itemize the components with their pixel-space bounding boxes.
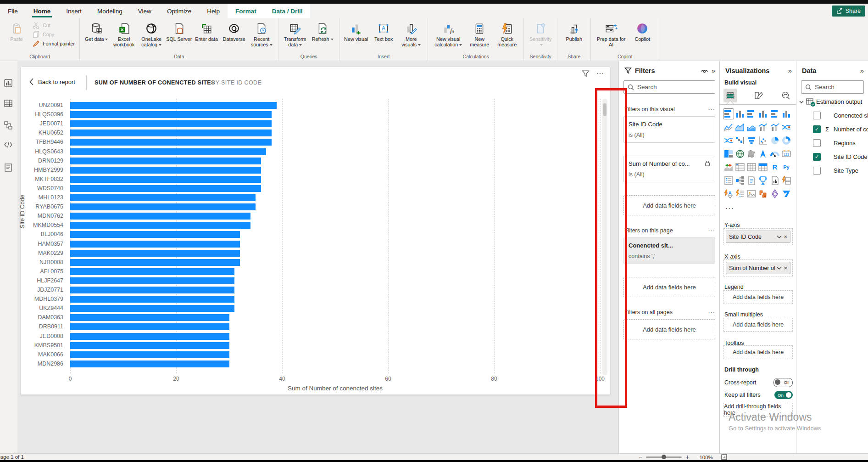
bar-kmbs9501[interactable]: [70, 342, 229, 349]
bar-hmby2999[interactable]: [70, 167, 261, 174]
smart-narrative-icon[interactable]: [746, 175, 757, 186]
chart-scrollbar-track[interactable]: [602, 99, 607, 375]
add-data-fields-dropzone[interactable]: Add data fields here: [623, 195, 715, 215]
refresh-button[interactable]: Refresh: [309, 20, 336, 43]
analytics-tab[interactable]: [779, 89, 793, 102]
quick-measure-button[interactable]: Quick measure: [493, 20, 521, 48]
donut-chart-icon[interactable]: [781, 135, 791, 146]
back-to-report-button[interactable]: Back to report: [29, 78, 75, 85]
pie-chart-icon[interactable]: [770, 135, 780, 146]
bar-hlqs0643[interactable]: [70, 148, 266, 155]
azure-map-icon[interactable]: [758, 149, 768, 159]
eye-icon[interactable]: [701, 68, 708, 73]
chart-scrollbar-thumb[interactable]: [603, 103, 606, 116]
bar-drb0911[interactable]: [70, 323, 229, 330]
ribbon-chart-2-icon[interactable]: [723, 135, 734, 146]
field-row-regions[interactable]: Regions: [796, 136, 868, 149]
keep-all-filters-toggle[interactable]: On: [774, 391, 793, 399]
field-pill-site-id-code[interactable]: Site ID Code×: [726, 231, 790, 243]
zoom-out-button[interactable]: −: [639, 454, 642, 460]
key-influencers-icon[interactable]: A: [723, 189, 734, 199]
line-chart-icon[interactable]: [723, 122, 734, 132]
stacked-area-chart-icon[interactable]: [746, 122, 757, 132]
bar-jed0071[interactable]: [70, 120, 272, 127]
visual-filter-icon[interactable]: [582, 70, 590, 78]
clustered-column-chart-icon[interactable]: [758, 109, 768, 119]
bar-jed0008[interactable]: [70, 333, 229, 340]
stacked-bar-chart-icon[interactable]: [723, 109, 734, 119]
bar-mdhl0379[interactable]: [70, 296, 234, 303]
section-more-options-icon[interactable]: ···: [708, 309, 716, 316]
pbi-diamond-visual-icon[interactable]: [770, 189, 780, 199]
gauge-icon[interactable]: [770, 149, 780, 159]
bar-wds0740[interactable]: [70, 185, 261, 192]
area-chart-icon[interactable]: [735, 122, 745, 132]
new-visual-button[interactable]: New visual: [342, 20, 370, 43]
kpi-icon[interactable]: [723, 162, 734, 172]
more-visuals-button[interactable]: More visuals: [397, 20, 425, 48]
visual-more-options-icon[interactable]: ...: [596, 67, 604, 76]
field-checkbox[interactable]: [813, 139, 821, 147]
copilot-button[interactable]: Copilot: [629, 20, 656, 43]
prep-data-for-ai-button[interactable]: Prep data for AI: [594, 20, 629, 48]
menu-tab-format[interactable]: Format: [228, 4, 264, 18]
get-data-button[interactable]: Get data: [83, 20, 110, 43]
card-icon[interactable]: 123: [781, 149, 791, 159]
enter-data-button[interactable]: Enter data: [193, 20, 220, 43]
filled-map-icon[interactable]: [746, 149, 757, 159]
field-row-conencted-sites[interactable]: Conencted sites: [796, 109, 868, 122]
field-pill-sum-of-number-of-co-[interactable]: Sum of Number of co...×: [726, 262, 790, 274]
bar-mak0229[interactable]: [70, 250, 240, 257]
collapse-visualizations-icon[interactable]: »: [788, 67, 792, 74]
bar-unz0091[interactable]: [70, 102, 277, 109]
sensitivity-button[interactable]: Sensitivity: [527, 20, 554, 48]
report-view-icon[interactable]: [4, 79, 14, 89]
menu-tab-file[interactable]: File: [0, 4, 26, 18]
menu-tab-view[interactable]: View: [130, 4, 159, 18]
section-more-options-icon[interactable]: ···: [708, 106, 716, 113]
paste-button[interactable]: Paste: [3, 20, 30, 43]
field-checkbox[interactable]: [813, 167, 821, 175]
line-and-clustered-column-chart-icon[interactable]: [770, 122, 780, 132]
format-visual-tab[interactable]: [751, 89, 765, 102]
filter-card-site-id-code[interactable]: Site ID Codeis (All): [623, 116, 715, 143]
menu-tab-insert[interactable]: Insert: [58, 4, 89, 18]
matrix-icon[interactable]: [758, 162, 768, 172]
field-checkbox[interactable]: ✓: [813, 153, 821, 161]
dataverse-button[interactable]: Dataverse: [220, 20, 248, 43]
table-estimation-output[interactable]: Estimation output: [799, 98, 862, 106]
recent-sources-button[interactable]: Recent sources: [248, 20, 275, 48]
field-checkbox[interactable]: [813, 112, 821, 119]
line-and-stacked-column-chart-icon[interactable]: [758, 122, 768, 132]
bar-ryab0675[interactable]: [70, 203, 256, 210]
bar-hlqs0396[interactable]: [70, 111, 272, 118]
bar-ukz9444[interactable]: [70, 305, 234, 312]
field-row-site-type[interactable]: Site Type: [796, 164, 868, 177]
add-data-fields-dropzone[interactable]: Add data fields here: [723, 318, 793, 332]
field-row-number-of-conencted-sites[interactable]: ✓ΣNumber of conencted sites: [796, 123, 868, 135]
decomposition-tree-icon[interactable]: [735, 175, 745, 186]
add-data-fields-dropzone[interactable]: Add data fields here: [623, 277, 715, 297]
bar-mhl0123[interactable]: [70, 194, 256, 201]
bar-mak0066[interactable]: [70, 351, 229, 358]
bar-mkmd0554[interactable]: [70, 222, 250, 229]
stacked-column-chart-icon[interactable]: [735, 109, 745, 119]
add-data-fields-dropzone[interactable]: Add data fields here: [623, 319, 715, 339]
power-apps-visual-icon[interactable]: [781, 175, 791, 186]
qna-visual-icon[interactable]: [735, 189, 745, 199]
data-search-input[interactable]: Search: [801, 80, 864, 94]
collapse-filters-icon[interactable]: »: [712, 67, 715, 74]
field-row-site-id-code[interactable]: ✓Site ID Code: [796, 150, 868, 163]
model-view-icon[interactable]: [4, 121, 14, 131]
bar-mdn0762[interactable]: [70, 213, 250, 220]
section-more-options-icon[interactable]: ···: [708, 227, 716, 234]
copy-button[interactable]: Copy: [30, 30, 77, 39]
menu-tab-optimize[interactable]: Optimize: [159, 4, 199, 18]
fit-to-page-icon[interactable]: [721, 454, 727, 460]
image-visual-icon[interactable]: [746, 189, 757, 199]
menu-tab-home[interactable]: Home: [26, 4, 59, 18]
filter-card-conencted-sit-[interactable]: Conencted sit...contains ',': [623, 237, 715, 264]
zoom-in-button[interactable]: +: [685, 454, 689, 460]
table-icon[interactable]: [746, 162, 757, 172]
add-data-fields-dropzone[interactable]: Add data fields here: [723, 345, 793, 359]
